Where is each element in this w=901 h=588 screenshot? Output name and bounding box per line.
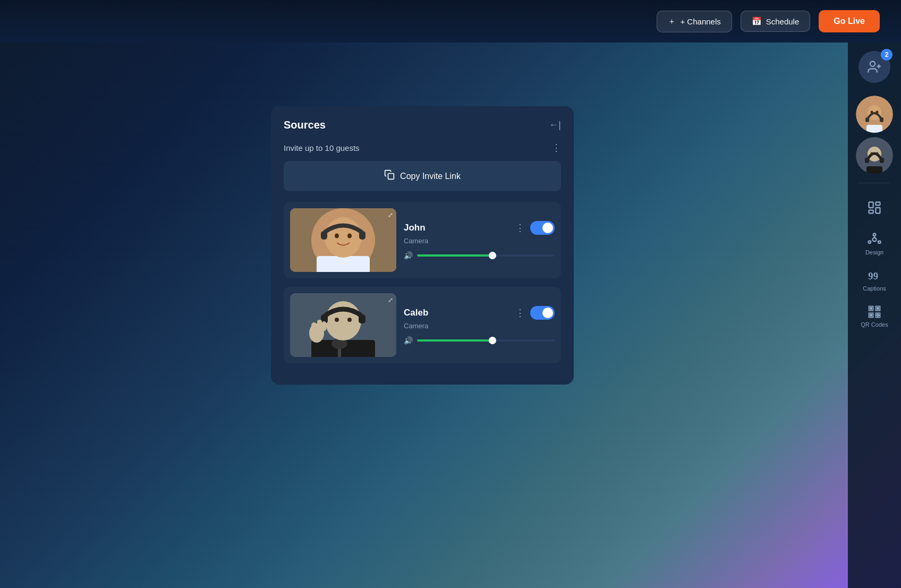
caleb-toggle[interactable] xyxy=(530,306,555,320)
caleb-sidebar-avatar xyxy=(856,137,893,174)
svg-point-31 xyxy=(876,111,879,114)
golive-button[interactable]: Go Live xyxy=(819,10,880,32)
caleb-avatar[interactable] xyxy=(856,137,893,174)
add-guest-button[interactable]: 2 xyxy=(858,51,890,83)
caleb-name-row: Caleb ⋮ xyxy=(404,306,555,320)
svg-rect-21 xyxy=(317,320,322,330)
participants-group: 2 xyxy=(858,51,890,83)
top-bar: ＋ + Channels 📅 Schedule Go Live xyxy=(0,0,901,42)
svg-point-47 xyxy=(878,241,881,243)
copy-invite-link-button[interactable]: Copy Invite Link xyxy=(284,161,561,191)
channels-label: + Channels xyxy=(680,17,720,26)
john-name-row: John ⋮ xyxy=(404,221,555,235)
participant-badge: 2 xyxy=(881,49,892,61)
design-label: Design xyxy=(865,249,883,255)
channels-button[interactable]: ＋ + Channels xyxy=(657,11,732,32)
svg-rect-43 xyxy=(869,210,873,214)
calendar-icon: 📅 xyxy=(752,16,762,26)
channels-icon: ＋ xyxy=(668,16,676,27)
copy-icon xyxy=(384,169,395,183)
svg-point-18 xyxy=(347,318,352,322)
john-thumbnail: ⤢ xyxy=(290,208,396,272)
john-name: John xyxy=(404,223,426,233)
john-avatar[interactable] xyxy=(856,96,893,133)
panel-header: Sources ←| xyxy=(284,119,561,131)
john-volume-icon: 🔊 xyxy=(404,251,413,260)
invite-row: Invite up to 10 guests ⋮ xyxy=(284,142,561,154)
collapse-icon: ←| xyxy=(549,120,561,131)
svg-rect-3 xyxy=(317,256,370,272)
captions-label: Captions xyxy=(863,285,886,292)
svg-rect-32 xyxy=(866,125,882,133)
design-button[interactable]: Design xyxy=(858,228,890,260)
john-controls: ⋮ xyxy=(515,221,555,235)
john-toggle[interactable] xyxy=(530,221,555,235)
qr-codes-icon xyxy=(867,304,882,319)
svg-rect-6 xyxy=(359,231,366,240)
schedule-button[interactable]: 📅 Schedule xyxy=(741,11,811,32)
svg-rect-36 xyxy=(880,158,884,163)
qr-codes-button[interactable]: QR Codes xyxy=(858,300,890,332)
add-person-icon xyxy=(867,59,882,74)
caleb-controls: ⋮ xyxy=(515,306,555,320)
guest-item-caleb: ⤢ Caleb ⋮ Camera 🔊 xyxy=(284,287,561,363)
john-source: Camera xyxy=(404,237,555,245)
svg-rect-58 xyxy=(878,316,880,318)
svg-rect-55 xyxy=(876,313,878,315)
caleb-volume-icon: 🔊 xyxy=(404,336,413,345)
svg-rect-5 xyxy=(321,231,327,240)
svg-text:99: 99 xyxy=(868,270,878,282)
john-options-button[interactable]: ⋮ xyxy=(515,222,525,234)
svg-rect-16 xyxy=(359,314,366,323)
svg-point-37 xyxy=(871,152,873,155)
svg-point-23 xyxy=(870,62,875,66)
caleb-source: Camera xyxy=(404,322,555,330)
schedule-label: Schedule xyxy=(766,17,800,26)
svg-rect-54 xyxy=(870,314,872,317)
svg-point-8 xyxy=(347,234,352,238)
john-volume-row: 🔊 xyxy=(404,251,555,260)
caleb-info: Caleb ⋮ Camera 🔊 xyxy=(404,306,555,345)
caleb-volume-track[interactable] xyxy=(417,339,555,342)
svg-point-46 xyxy=(868,241,871,243)
caleb-volume-fill xyxy=(417,339,492,342)
invite-options-button[interactable]: ⋮ xyxy=(551,142,561,154)
svg-rect-50 xyxy=(870,308,872,310)
invite-text: Invite up to 10 guests xyxy=(284,143,360,152)
svg-point-17 xyxy=(335,318,339,322)
svg-rect-56 xyxy=(878,313,880,315)
caleb-thumbnail: ⤢ xyxy=(290,293,396,357)
layouts-button[interactable] xyxy=(858,192,890,224)
svg-rect-42 xyxy=(876,208,880,214)
svg-point-44 xyxy=(873,238,877,242)
john-volume-fill xyxy=(417,254,492,257)
qr-codes-label: QR Codes xyxy=(861,321,888,328)
caleb-volume-handle[interactable] xyxy=(489,337,496,344)
content-area: Sources ←| Invite up to 10 guests ⋮ Co xyxy=(0,42,848,588)
svg-point-4 xyxy=(325,217,362,258)
caleb-expand-icon: ⤢ xyxy=(388,296,393,304)
john-face xyxy=(290,208,396,272)
svg-rect-39 xyxy=(866,166,882,174)
right-sidebar: 2 xyxy=(848,42,901,588)
john-avatar-svg xyxy=(290,208,396,272)
john-info: John ⋮ Camera 🔊 xyxy=(404,221,555,260)
collapse-button[interactable]: ←| xyxy=(549,120,561,131)
captions-button[interactable]: 99 Captions xyxy=(858,264,890,296)
golive-label: Go Live xyxy=(834,16,865,26)
caleb-face xyxy=(290,293,396,357)
copy-link-label: Copy Invite Link xyxy=(400,172,461,181)
captions-icon: 99 xyxy=(867,268,882,283)
svg-rect-29 xyxy=(880,117,883,122)
svg-rect-28 xyxy=(865,117,869,122)
caleb-name: Caleb xyxy=(404,308,428,318)
svg-rect-52 xyxy=(877,308,879,310)
john-volume-track[interactable] xyxy=(417,254,555,257)
svg-point-45 xyxy=(873,233,876,236)
main-area: Sources ←| Invite up to 10 guests ⋮ Co xyxy=(0,42,901,588)
design-icon xyxy=(867,232,882,247)
caleb-options-button[interactable]: ⋮ xyxy=(515,307,525,319)
svg-rect-22 xyxy=(322,321,326,331)
sources-panel: Sources ←| Invite up to 10 guests ⋮ Co xyxy=(271,106,574,385)
john-volume-handle[interactable] xyxy=(489,252,496,259)
